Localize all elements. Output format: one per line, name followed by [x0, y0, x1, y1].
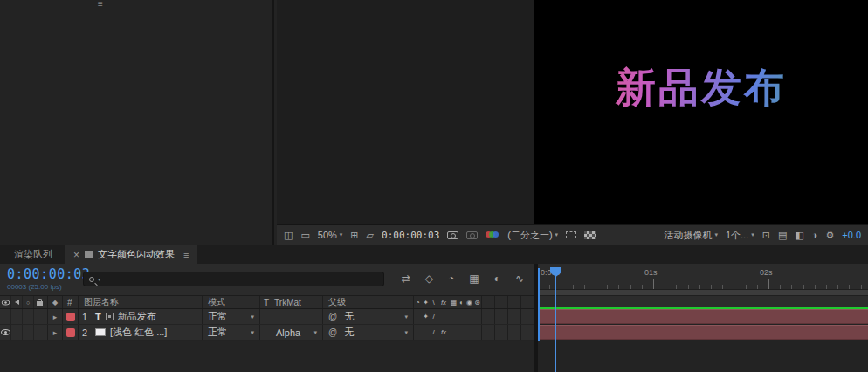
layer2-frame-blend-switch[interactable] — [450, 325, 458, 340]
snapshot-camera-icon[interactable] — [447, 231, 458, 239]
layer1-eye-toggle[interactable] — [0, 309, 11, 324]
layer2-shy-switch[interactable] — [414, 325, 422, 340]
reset-exposure-icon[interactable]: ◑ — [812, 231, 818, 240]
threed-switch-header-icon: ⊛ — [473, 296, 481, 308]
panel-menu-icon[interactable]: ≡ — [98, 0, 103, 9]
adjustment-switch-header-icon: ◉ — [465, 296, 473, 308]
layer2-threed-switch[interactable] — [473, 325, 481, 340]
layer1-threed-switch[interactable] — [473, 309, 481, 324]
layer1-motion-blur-switch[interactable] — [458, 309, 465, 324]
layer1-number: 1 — [82, 312, 91, 322]
timeline-button-icon[interactable]: ▤ — [778, 231, 787, 240]
close-icon[interactable]: × — [73, 249, 79, 261]
mask-paths-icon[interactable]: ▱ — [367, 231, 374, 240]
expand-arrow-icon[interactable]: ▸ — [53, 328, 58, 337]
chevron-down-icon: ▾ — [714, 231, 718, 238]
time-area[interactable]: 0:00s 01s 02s — [538, 264, 868, 372]
layer2-lock-toggle[interactable] — [34, 325, 45, 340]
shy-icon[interactable]: ◔ — [448, 272, 454, 285]
current-timecode[interactable]: 0:00:00:03 — [7, 266, 90, 282]
layer2-eye-toggle[interactable] — [0, 325, 11, 340]
mini-flowchart-icon[interactable]: ⇄ — [402, 272, 410, 285]
layer1-parent-dropdown[interactable]: @ 无 ▾ — [323, 309, 414, 324]
layer-row-1[interactable]: ▸ 1 T 新品发布 正常 ▾ — [0, 309, 534, 325]
lock-column-icon — [34, 296, 45, 308]
dual-view-icon[interactable]: ◫ — [284, 231, 293, 240]
work-area-bar[interactable] — [538, 290, 868, 296]
active-camera-dropdown[interactable]: 活动摄像机 ▾ — [664, 229, 718, 242]
chevron-down-icon: ▾ — [313, 329, 317, 336]
after-effects-window: ≡ 新品发布 ◫ ▭ 50% ▾ ⊞ ▱ 0:00:00:03 (二分之一) ▾ — [0, 0, 868, 372]
view-layout-dropdown[interactable]: 1个... ▾ — [726, 229, 754, 242]
flowchart-button-icon[interactable]: ◧ — [795, 231, 803, 240]
layer2-collapse-switch[interactable] — [422, 325, 430, 340]
layer2-adjustment-switch[interactable] — [465, 325, 473, 340]
t-column-header: T — [264, 298, 269, 307]
layer2-name[interactable]: [浅色 红色 ...] — [110, 326, 167, 339]
layer2-parent-dropdown[interactable]: @ 无 ▾ — [323, 325, 414, 340]
solid-swatch — [95, 328, 106, 336]
layer1-lock-toggle[interactable] — [34, 309, 45, 324]
show-snapshot-icon[interactable] — [466, 231, 478, 239]
layer1-audio-toggle[interactable] — [11, 309, 23, 324]
layer1-name[interactable]: 新品发布 — [118, 310, 156, 323]
layer2-mode-dropdown[interactable]: 正常 ▾ — [203, 325, 260, 340]
layer1-collapse-switch[interactable]: ✦ — [422, 309, 430, 324]
zoom-dropdown[interactable]: 50% ▾ — [318, 230, 343, 240]
layer1-frame-blend-switch[interactable] — [450, 309, 458, 324]
layer2-duration-bar[interactable] — [538, 325, 868, 340]
panel-menu-icon[interactable]: ≡ — [183, 250, 189, 260]
collapse-switch-header-icon: ✦ — [422, 296, 430, 308]
playhead-line[interactable] — [555, 267, 556, 372]
graph-editor-icon[interactable]: ∿ — [515, 272, 524, 285]
region-of-interest-icon[interactable] — [566, 231, 576, 238]
pickwhip-icon[interactable]: @ — [328, 327, 337, 337]
pickwhip-icon[interactable]: @ — [328, 312, 337, 321]
layer2-quality-switch[interactable]: / — [430, 325, 437, 340]
tab-render-queue[interactable]: 渲染队列 — [2, 245, 65, 264]
layer2-motion-blur-switch[interactable] — [458, 325, 465, 340]
tab-composition[interactable]: × 文字颜色闪动效果 ≡ — [65, 245, 197, 264]
layer-row-2[interactable]: ▸ 2 [浅色 红色 ...] 正常 ▾ Alpha ▾ — [0, 325, 534, 341]
channels-icon[interactable] — [486, 231, 499, 239]
time-ruler[interactable]: 0:00s 01s 02s — [538, 264, 868, 290]
viewer-timecode[interactable]: 0:00:00:03 — [382, 230, 439, 241]
chevron-down-icon: ▾ — [340, 231, 343, 238]
expand-arrow-icon[interactable]: ▸ — [53, 313, 58, 321]
layer2-fx-switch[interactable]: fx — [437, 325, 450, 340]
layer2-audio-toggle[interactable] — [11, 325, 23, 340]
layer1-trkmat-cell[interactable] — [260, 309, 323, 324]
monitor-icon[interactable]: ▭ — [300, 231, 309, 240]
search-input[interactable]: ▾ — [83, 272, 384, 286]
layer1-quality-switch[interactable]: / — [430, 309, 437, 324]
layer1-adjustment-switch[interactable] — [465, 309, 473, 324]
layer2-trkmat-dropdown[interactable]: Alpha ▾ — [260, 325, 323, 340]
layer2-label-chip[interactable] — [66, 328, 75, 337]
layer1-label-chip[interactable] — [66, 313, 75, 321]
composition-canvas[interactable]: 新品发布 — [534, 0, 868, 224]
exposure-value[interactable]: +0.0 — [842, 230, 861, 240]
layer1-fx-switch[interactable] — [437, 309, 450, 324]
transparency-grid-icon[interactable] — [584, 231, 596, 239]
fx-switch-header-icon: fx — [437, 296, 450, 308]
resolution-dropdown[interactable]: (二分之一) ▾ — [507, 229, 558, 242]
layer2-solo-toggle[interactable] — [23, 325, 34, 340]
chevron-down-icon: ▾ — [751, 231, 754, 238]
layer1-solo-toggle[interactable] — [23, 309, 34, 324]
timeline-controls-row: 0:00:00:03 00003 (25.00 fps) ▾ ⇄ ◇ ◔ ▦ ◐… — [0, 264, 534, 296]
layer1-shy-switch[interactable] — [414, 309, 422, 324]
layer-thumbnail-icon — [106, 313, 114, 320]
fast-previews-icon[interactable]: ⊡ — [762, 231, 770, 240]
grid-guides-icon[interactable]: ⊞ — [350, 231, 358, 240]
layer1-duration-bar[interactable] — [538, 309, 868, 324]
composition-viewer[interactable]: 新品发布 — [277, 0, 868, 224]
composition-icon — [85, 251, 93, 258]
ruler-label-1: 01s — [644, 268, 658, 277]
motion-blur-icon[interactable]: ◐ — [494, 272, 500, 285]
gear-icon[interactable]: ⚙ — [825, 231, 834, 240]
audio-column-icon — [11, 296, 23, 308]
frame-blend-icon[interactable]: ▦ — [469, 272, 479, 285]
label-column-icon: ◆ — [52, 299, 58, 307]
layer1-mode-dropdown[interactable]: 正常 ▾ — [203, 309, 260, 324]
draft-3d-icon[interactable]: ◇ — [425, 272, 433, 285]
